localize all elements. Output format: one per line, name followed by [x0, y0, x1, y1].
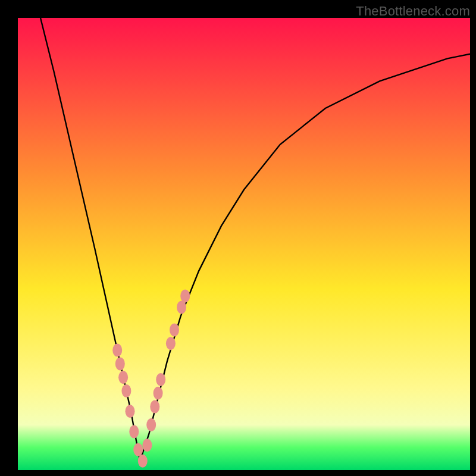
plot-area [18, 18, 470, 470]
marker-point [142, 439, 152, 452]
marker-point [180, 289, 190, 302]
marker-point [138, 455, 148, 468]
marker-point [150, 400, 159, 414]
chart-svg [18, 18, 470, 470]
marker-point [177, 300, 186, 314]
marker-point [112, 344, 122, 357]
marker-point [118, 371, 128, 384]
chart-frame: TheBottleneck.com [0, 0, 476, 476]
marker-point [121, 384, 131, 397]
marker-point [166, 337, 176, 350]
marker-point [133, 443, 143, 456]
watermark-text: TheBottleneck.com [356, 4, 470, 19]
marker-point [146, 418, 156, 431]
marker-point [154, 387, 163, 400]
marker-point [170, 323, 179, 336]
marker-point [156, 373, 165, 386]
marker-point [129, 425, 139, 438]
marker-point [115, 357, 125, 370]
marker-point [126, 405, 135, 418]
heat-gradient [18, 18, 470, 470]
